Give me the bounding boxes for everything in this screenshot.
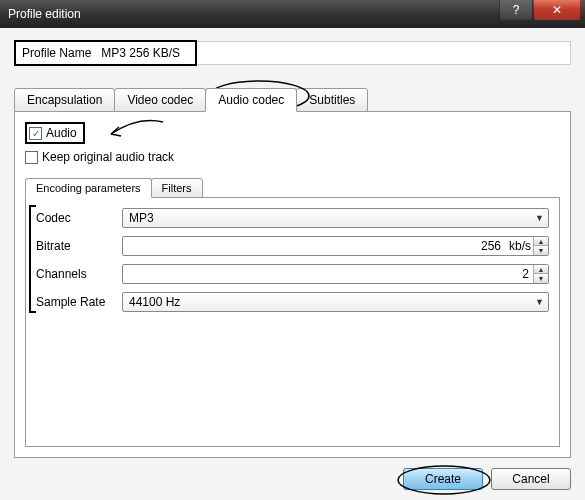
client-area: Profile Name Encapsulation Video codec A… xyxy=(0,28,585,500)
channels-spinner[interactable]: ▲ ▼ xyxy=(533,265,548,283)
channels-row: Channels 2 ▲ ▼ xyxy=(36,264,549,284)
bitrate-row: Bitrate 256 kb/s ▲ ▼ xyxy=(36,236,549,256)
sample-rate-combo[interactable]: 44100 Hz ▼ xyxy=(122,292,549,312)
audio-checkbox[interactable]: ✓ xyxy=(29,127,42,140)
tab-video-codec[interactable]: Video codec xyxy=(114,88,206,112)
bitrate-spinner[interactable]: ▲ ▼ xyxy=(533,237,548,255)
bitrate-field[interactable]: 256 kb/s ▲ ▼ xyxy=(122,236,549,256)
spinner-up-icon[interactable]: ▲ xyxy=(534,237,548,246)
keep-original-checkbox[interactable] xyxy=(25,151,38,164)
spinner-down-icon[interactable]: ▼ xyxy=(534,246,548,255)
audio-checkbox-label: Audio xyxy=(46,126,77,140)
sample-rate-row: Sample Rate 44100 Hz ▼ xyxy=(36,292,549,312)
codec-value: MP3 xyxy=(129,211,154,225)
profile-name-field-extent[interactable] xyxy=(197,41,571,65)
sample-rate-label: Sample Rate xyxy=(36,295,122,309)
main-tab-row: Encapsulation Video codec Audio codec Su… xyxy=(14,88,571,112)
chevron-down-icon: ▼ xyxy=(535,297,544,307)
bitrate-value: 256 xyxy=(123,239,505,253)
help-icon: ? xyxy=(513,3,520,17)
profile-name-label: Profile Name xyxy=(22,46,91,60)
spinner-up-icon[interactable]: ▲ xyxy=(534,265,548,274)
profile-name-input[interactable] xyxy=(99,45,189,61)
sub-tab-row: Encoding parameters Filters xyxy=(25,178,560,198)
close-icon: ✕ xyxy=(552,3,562,17)
codec-label: Codec xyxy=(36,211,122,225)
bitrate-label: Bitrate xyxy=(36,239,122,253)
codec-combo[interactable]: MP3 ▼ xyxy=(122,208,549,228)
audio-checkbox-highlight: ✓ Audio xyxy=(25,122,85,144)
dialog-footer: Create Cancel xyxy=(14,458,571,490)
channels-label: Channels xyxy=(36,267,122,281)
profile-name-row: Profile Name xyxy=(14,40,571,66)
titlebar: Profile edition ? ✕ xyxy=(0,0,585,28)
chevron-down-icon: ▼ xyxy=(535,213,544,223)
bitrate-unit: kb/s xyxy=(509,239,531,253)
tab-encapsulation[interactable]: Encapsulation xyxy=(14,88,115,112)
close-button[interactable]: ✕ xyxy=(533,0,581,20)
audio-codec-panel: ✓ Audio Keep original audio track Encodi… xyxy=(14,111,571,458)
sample-rate-value: 44100 Hz xyxy=(129,295,180,309)
channels-field[interactable]: 2 ▲ ▼ xyxy=(122,264,549,284)
spinner-down-icon[interactable]: ▼ xyxy=(534,274,548,283)
channels-value: 2 xyxy=(123,267,533,281)
check-icon: ✓ xyxy=(32,128,40,139)
tab-audio-codec[interactable]: Audio codec xyxy=(205,88,297,112)
window-title: Profile edition xyxy=(8,7,81,21)
encoding-parameters-panel: Codec MP3 ▼ Bitrate 256 kb/s ▲ ▼ xyxy=(25,197,560,447)
tab-subtitles[interactable]: Subtitles xyxy=(296,88,368,112)
cancel-button[interactable]: Cancel xyxy=(491,468,571,490)
tab-filters[interactable]: Filters xyxy=(151,178,203,198)
help-button[interactable]: ? xyxy=(499,0,533,20)
tab-encoding-parameters[interactable]: Encoding parameters xyxy=(25,178,152,198)
create-button[interactable]: Create xyxy=(403,468,483,490)
profile-name-highlight: Profile Name xyxy=(14,40,197,66)
codec-row: Codec MP3 ▼ xyxy=(36,208,549,228)
keep-original-label: Keep original audio track xyxy=(42,150,174,164)
